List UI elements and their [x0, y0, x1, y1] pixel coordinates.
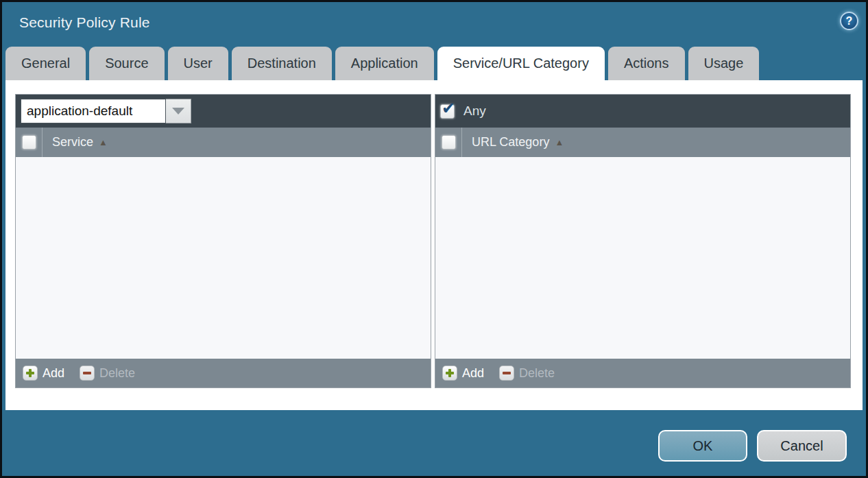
service-column-header: Service ▲	[16, 128, 431, 157]
checkmark-icon: ✔	[442, 100, 455, 117]
help-question-glyph: ?	[846, 15, 853, 27]
service-type-input[interactable]	[21, 99, 166, 123]
any-checkbox[interactable]: ✔	[440, 104, 455, 119]
service-delete-button[interactable]: Delete	[80, 366, 135, 381]
tab-label: Actions	[624, 56, 669, 71]
plus-icon	[23, 366, 38, 381]
ok-button[interactable]: OK	[658, 430, 747, 462]
tab-general[interactable]: General	[5, 47, 86, 80]
url-category-select-all-cell	[435, 128, 462, 157]
tab-label: Application	[351, 56, 418, 71]
service-select-all-checkbox[interactable]	[22, 135, 36, 150]
tab-bar: General Source User Destination Applicat…	[5, 47, 759, 80]
tab-content-area: Service ▲ Add Delete ✔ Any	[5, 80, 863, 410]
cancel-button-label: Cancel	[780, 438, 823, 454]
tab-usage[interactable]: Usage	[688, 47, 760, 80]
service-toolbar: Add Delete	[16, 359, 431, 387]
tab-label: Destination	[248, 56, 316, 71]
service-type-dropdown	[21, 99, 191, 123]
service-column-label[interactable]: Service	[52, 135, 93, 150]
url-category-add-button[interactable]: Add	[442, 366, 484, 381]
add-button-label: Add	[462, 366, 484, 381]
delete-button-label: Delete	[519, 366, 555, 381]
security-policy-rule-dialog: Security Policy Rule ? General Source Us…	[0, 0, 868, 478]
tab-label: General	[21, 56, 70, 71]
url-category-toolbar: Add Delete	[435, 359, 850, 387]
url-category-panel: ✔ Any URL Category ▲ Add Delete	[435, 94, 851, 388]
url-category-panel-header: ✔ Any	[435, 95, 850, 128]
tab-label: User	[184, 56, 213, 71]
plus-icon	[442, 366, 457, 381]
tab-actions[interactable]: Actions	[608, 47, 685, 80]
sort-ascending-icon[interactable]: ▲	[99, 137, 108, 147]
service-type-dropdown-button[interactable]	[166, 99, 191, 123]
tab-destination[interactable]: Destination	[232, 47, 332, 80]
service-panel: Service ▲ Add Delete	[15, 94, 431, 388]
url-category-column-label[interactable]: URL Category	[472, 135, 549, 150]
service-panel-header	[16, 95, 431, 128]
delete-button-label: Delete	[99, 366, 135, 381]
service-select-all-cell	[16, 128, 43, 157]
help-icon[interactable]: ?	[840, 12, 858, 30]
service-list[interactable]	[16, 157, 431, 359]
service-add-button[interactable]: Add	[23, 366, 64, 381]
dialog-title: Security Policy Rule	[19, 14, 150, 31]
ok-button-label: OK	[693, 438, 713, 454]
tab-label: Source	[105, 56, 148, 71]
url-category-list[interactable]	[435, 157, 850, 359]
tab-user[interactable]: User	[168, 47, 228, 80]
url-category-column-header: URL Category ▲	[435, 128, 850, 157]
add-button-label: Add	[43, 366, 64, 381]
chevron-down-icon	[172, 108, 184, 115]
sort-ascending-icon[interactable]: ▲	[555, 137, 564, 147]
cancel-button[interactable]: Cancel	[757, 430, 847, 462]
url-category-select-all-checkbox[interactable]	[442, 135, 456, 150]
url-category-delete-button[interactable]: Delete	[499, 366, 555, 381]
tab-label: Usage	[704, 56, 744, 71]
any-label: Any	[463, 104, 486, 119]
tab-service-url-category[interactable]: Service/URL Category	[437, 47, 605, 80]
tab-application[interactable]: Application	[335, 47, 434, 80]
minus-icon	[499, 366, 514, 381]
tab-label: Service/URL Category	[453, 56, 589, 71]
minus-icon	[80, 366, 95, 381]
tab-source[interactable]: Source	[89, 47, 164, 80]
